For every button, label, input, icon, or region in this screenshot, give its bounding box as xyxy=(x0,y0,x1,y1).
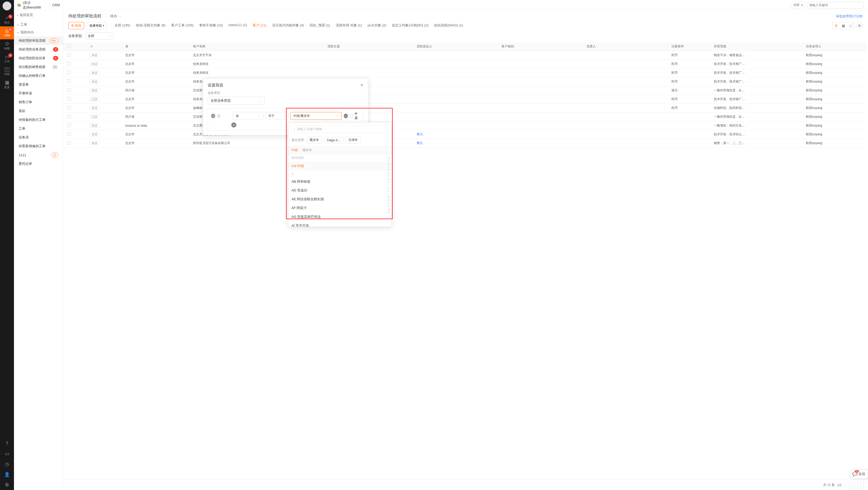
type-tab[interactable]: 客户 (11) xyxy=(253,23,267,28)
column-header[interactable]: 负责人 xyxy=(584,42,669,51)
column-header[interactable]: 任务处理人 xyxy=(803,42,867,51)
index-letter[interactable]: B xyxy=(388,163,390,166)
type-tab[interactable]: 拿铁不加糖 (10) xyxy=(199,23,223,28)
scope-select[interactable]: 全部 xyxy=(790,2,805,8)
row-checkbox[interactable] xyxy=(67,141,71,145)
table-row[interactable]: 未读 北京市 金峰南京生物 民币 生物科技、医药科技… 欧阳ouyang xyxy=(63,104,867,113)
initiator-link[interactable]: 樊凡 xyxy=(417,132,423,136)
row-checkbox[interactable] xyxy=(67,123,71,127)
sidebar-item[interactable]: 销售订单 xyxy=(14,98,63,106)
index-letter[interactable]: I xyxy=(388,184,390,187)
table-row[interactable]: 未读 北京市 北京天空之镜科技有限公司 主账号名称 排序(20… 樊凡 技术开发… xyxy=(63,130,867,139)
sidebar-item[interactable]: 开票申请 xyxy=(14,89,63,98)
operator-select[interactable]: 等于 ⌄ xyxy=(266,112,288,120)
country-item[interactable]: AI 安圭拉岛 xyxy=(288,221,391,226)
sidebar-item[interactable]: 111111 xyxy=(14,151,63,159)
type-tab[interactable]: 勿动-流程主对象 (6) xyxy=(136,23,165,28)
dropdown-search[interactable]: ⌕ 请输入关键字搜索 xyxy=(291,125,389,133)
index-letter[interactable]: M xyxy=(388,196,390,199)
column-header[interactable]: 经营范围 xyxy=(711,42,803,51)
rail-history[interactable]: ◷ xyxy=(0,459,14,469)
index-letter[interactable]: P xyxy=(388,205,390,208)
grid-view-button[interactable]: ▦ xyxy=(840,22,847,29)
column-header[interactable]: 👁 xyxy=(87,42,123,51)
back-home[interactable]: ‹ 返回首页 xyxy=(14,10,63,20)
country-item[interactable]: AE 阿拉伯联合酋长国 xyxy=(288,195,391,204)
sidebar-item[interactable]: 待确认的销售订单 xyxy=(14,71,63,80)
sidebar-group-mytodo[interactable]: ▸我的待办 xyxy=(14,28,63,36)
index-letter[interactable]: R xyxy=(388,211,390,214)
type-tab[interactable]: px主对象 (2) xyxy=(368,23,386,28)
index-letter[interactable]: F xyxy=(388,175,390,178)
card-view-button[interactable]: ◻ xyxy=(847,22,854,29)
next-page-button[interactable]: › xyxy=(858,482,864,488)
rail-inbox[interactable]: ▭ xyxy=(0,449,14,459)
sub-filter[interactable]: 待办 xyxy=(110,14,117,18)
row-checkbox[interactable] xyxy=(67,80,71,83)
table-row[interactable]: 未读 北京市 北京天竺干冰 民币 制造干冰；销售食品… 欧阳ouyang xyxy=(63,51,867,60)
column-header[interactable]: 省 xyxy=(123,42,191,51)
type-tab[interactable]: 流程布局 对象 (1) xyxy=(336,23,362,28)
table-row[interactable]: 已读 北京市 伯来克科技 民币 技术开发、技术推广… 欧阳ouyang xyxy=(63,95,867,104)
field-select[interactable]: 省 ⌄ xyxy=(233,112,263,120)
eye-icon[interactable]: 👁 xyxy=(90,44,93,49)
index-letter[interactable]: J xyxy=(388,187,390,190)
close-button[interactable]: ✕ xyxy=(360,83,363,88)
row-checkbox[interactable] xyxy=(67,106,71,110)
sidebar-item[interactable]: 待处理的审批流程99+ xyxy=(14,36,63,45)
chat-widget[interactable]: 💬39 企信 xyxy=(850,469,868,479)
sidebar-item[interactable]: 退货单 xyxy=(14,80,63,89)
filter-button[interactable]: ⚙ 筛选 xyxy=(68,22,84,29)
sidebar-item[interactable]: 待重新维修的工单 xyxy=(14,142,63,151)
rail-item-work[interactable]: ▭ 工作 4 xyxy=(0,52,14,65)
index-letter[interactable]: E xyxy=(388,172,390,175)
sidebar-item[interactable]: 待分配的销售线索69 xyxy=(14,63,63,71)
column-header[interactable]: 注册资本 xyxy=(669,42,711,51)
index-letter[interactable]: Q xyxy=(388,208,390,211)
column-header[interactable] xyxy=(63,42,87,51)
row-checkbox[interactable] xyxy=(67,132,71,136)
index-letter[interactable]: O xyxy=(388,202,390,205)
type-tab[interactable]: 自由流程(INAG) (1) xyxy=(434,23,463,28)
table-row[interactable]: 未读 北京市 伯来克科技 民币 技术开发、技术推广… 欧阳ouyang xyxy=(63,68,867,78)
index-letter[interactable]: C xyxy=(388,165,390,169)
value-select[interactable]: 中国/重庆市 ⌃ xyxy=(290,112,342,120)
type-tab[interactable]: 客户工单 (105) xyxy=(171,23,193,28)
country-item[interactable]: AF 阿富汗 xyxy=(288,204,391,212)
list-view-button[interactable]: ☰ xyxy=(833,22,840,29)
bc-level-2[interactable]: 重庆市 xyxy=(303,148,312,152)
index-letter[interactable]: A xyxy=(388,160,390,163)
settings-button[interactable]: ⚙ xyxy=(856,22,863,29)
type-tab[interactable]: 回款_预置 (1) xyxy=(310,23,330,28)
sidebar-item[interactable]: 待处理的业务流程3 xyxy=(14,45,63,54)
type-tab[interactable]: 自定义对象(示例)001 (2) xyxy=(392,23,428,28)
global-search-input[interactable] xyxy=(807,2,864,8)
country-item[interactable]: AG 安提瓜和巴布达 xyxy=(288,212,391,221)
sidebar-item[interactable]: 待报备的执行工单 xyxy=(14,115,63,124)
chevron-down-icon[interactable]: ⌄ xyxy=(844,484,846,486)
recent-chip[interactable]: 重庆市 xyxy=(307,136,322,144)
table-row[interactable]: 未读 四川省 艾伯资讯（深 港元 一般经营项目是：从… 欧阳ouyang xyxy=(63,86,867,95)
rail-settings[interactable]: ⚙ xyxy=(0,480,14,490)
type-tab[interactable]: lctest111 (2) xyxy=(229,23,247,28)
table-row[interactable]: 未读 北京市 伯来克科技 民币 技术开发、技术推广… 欧阳ouyang xyxy=(63,78,867,86)
column-header[interactable]: 客户名称 xyxy=(190,42,325,51)
sidebar-item[interactable]: 退款 xyxy=(14,106,63,115)
sidebar-group-workorder[interactable]: ▸工单 xyxy=(14,21,63,28)
table-row[interactable]: 已读 四川省 艾伯资讯（深 一般经营项目是：从… 欧阳ouyang xyxy=(63,113,867,121)
index-letter[interactable]: H xyxy=(388,181,390,184)
country-item[interactable]: AB 阿布哈兹 xyxy=(288,177,391,186)
avatar[interactable] xyxy=(3,2,11,10)
rail-item-todo[interactable]: ✓ 待办 9 xyxy=(0,13,14,26)
rail-user[interactable]: 👤 xyxy=(0,469,14,480)
rail-item-more[interactable]: ▦ 更多 xyxy=(0,78,14,91)
remove-value-button[interactable]: − xyxy=(344,114,348,118)
popover-biz-select[interactable]: 全部业务类型 ⌄ xyxy=(208,97,265,104)
add-condition-button[interactable]: + xyxy=(231,122,237,127)
sidebar-item[interactable]: 工单 xyxy=(14,124,63,133)
batch-approve-button[interactable]: 批量审批 ▾ xyxy=(87,22,107,29)
index-letter[interactable]: D xyxy=(388,169,390,172)
index-letter[interactable]: N xyxy=(388,199,390,202)
index-letter[interactable]: G xyxy=(388,178,390,181)
rail-item-crm[interactable]: ◎ CRM 46 xyxy=(0,26,14,39)
